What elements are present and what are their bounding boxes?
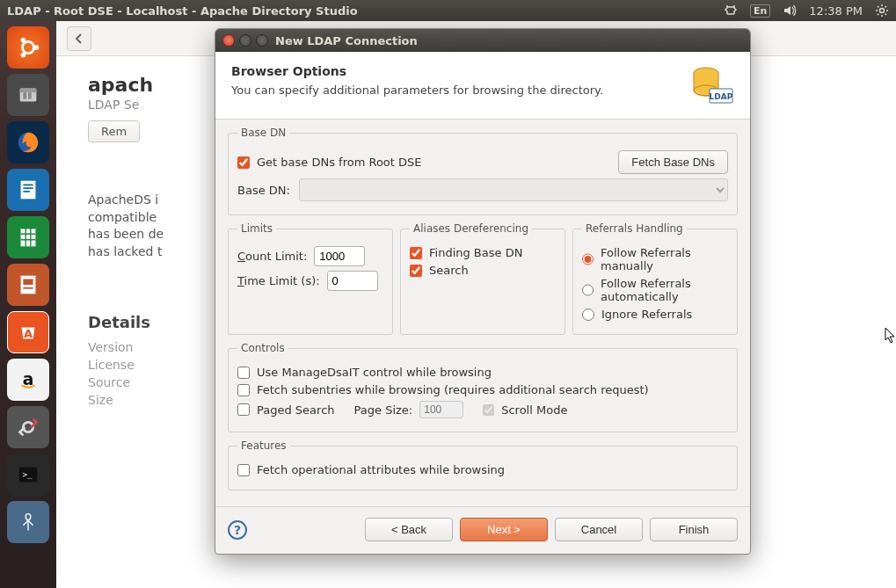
cancel-button[interactable]: Cancel (555, 518, 643, 541)
limits-group: Limits Count Limit: Time Limit (s): (228, 222, 393, 335)
referrals-legend: Referrals Handling (582, 222, 687, 235)
svg-rect-11 (23, 184, 33, 185)
base-dn-select[interactable] (299, 178, 728, 201)
new-ldap-connection-dialog: New LDAP Connection Browser Options You … (215, 28, 751, 555)
dialog-footer: ? < Back Next > Cancel Finish (215, 506, 750, 554)
svg-rect-8 (28, 92, 32, 99)
referrals-manual-radio[interactable] (582, 253, 594, 265)
svg-point-3 (21, 38, 26, 43)
svg-point-0 (880, 9, 885, 13)
subentries-label: Fetch subentries while browsing (require… (257, 383, 649, 396)
svg-rect-16 (23, 279, 33, 285)
base-dn-legend: Base DN (237, 127, 289, 139)
get-base-dns-label: Get base DNs from Root DSE (257, 156, 422, 169)
ldap-icon: LDAP (685, 64, 734, 106)
time-limit-input[interactable] (327, 271, 378, 291)
count-limit-input[interactable] (314, 246, 365, 266)
volume-icon[interactable] (783, 4, 797, 18)
manage-dsa-checkbox[interactable] (237, 367, 250, 379)
scroll-mode-checkbox (483, 404, 494, 416)
svg-rect-17 (23, 287, 33, 289)
referrals-ignore-radio[interactable] (582, 309, 594, 321)
base-dn-group: Base DN Get base DNs from Root DSE Fetch… (228, 127, 738, 215)
unity-launcher: A a >_ (0, 21, 56, 588)
finding-base-dn-checkbox[interactable] (410, 247, 422, 259)
aliases-legend: Aliases Dereferencing (410, 222, 532, 235)
operational-attrs-label: Fetch operational attributes while brows… (257, 463, 505, 476)
count-limit-label: Count Limit: (237, 250, 307, 263)
svg-text:A: A (24, 327, 33, 340)
minimize-icon[interactable] (239, 34, 251, 47)
time-limit-label: Time Limit (s): (237, 274, 320, 287)
dash-icon[interactable] (7, 26, 49, 69)
finish-button[interactable]: Finish (650, 518, 738, 541)
svg-text:a: a (23, 370, 34, 388)
operational-attrs-checkbox[interactable] (237, 464, 250, 476)
svg-point-4 (21, 53, 26, 58)
gear-icon[interactable] (875, 4, 889, 18)
page-size-input (419, 401, 463, 418)
svg-point-2 (34, 45, 40, 50)
page-size-label: Page Size: (354, 403, 413, 417)
terminal-icon[interactable]: >_ (7, 454, 49, 496)
controls-group: Controls Use ManageDsaIT control while b… (228, 342, 738, 432)
svg-point-1 (22, 41, 33, 53)
features-group: Features Fetch operational attributes wh… (228, 439, 738, 490)
cursor-icon (885, 327, 896, 347)
svg-rect-13 (23, 191, 30, 192)
referrals-ignore-label: Ignore Referrals (601, 308, 692, 321)
calc-icon[interactable] (7, 216, 49, 258)
features-legend: Features (237, 439, 290, 452)
top-panel: LDAP - Root DSE - Localhost - Apache Dir… (0, 0, 896, 21)
network-icon[interactable] (724, 4, 738, 18)
dialog-header-title: Browser Options (231, 64, 676, 78)
svg-text:LDAP: LDAP (710, 92, 733, 101)
maximize-icon[interactable] (256, 34, 268, 47)
finding-base-dn-label: Finding Base DN (429, 246, 522, 259)
referrals-auto-radio[interactable] (582, 284, 594, 296)
svg-rect-10 (21, 181, 36, 200)
software-center-icon[interactable]: A (7, 311, 49, 353)
fetch-base-dns-button[interactable]: Fetch Base DNs (618, 150, 728, 174)
dialog-title: New LDAP Connection (275, 34, 418, 47)
close-icon[interactable] (222, 34, 235, 47)
next-button[interactable]: Next > (460, 518, 548, 541)
get-base-dns-checkbox[interactable] (237, 156, 250, 169)
paged-search-label: Paged Search (257, 403, 335, 417)
window-title: LDAP - Root DSE - Localhost - Apache Dir… (7, 4, 724, 18)
referrals-manual-label: Follow Referrals manually (601, 246, 728, 272)
dialog-titlebar[interactable]: New LDAP Connection (215, 29, 750, 52)
files-icon[interactable] (7, 74, 49, 116)
referrals-group: Referrals Handling Follow Referrals manu… (572, 222, 738, 335)
writer-icon[interactable] (7, 169, 49, 211)
clock[interactable]: 12:38 PM (809, 4, 863, 18)
back-button[interactable] (67, 26, 91, 51)
firefox-icon[interactable] (7, 121, 49, 163)
back-button[interactable]: < Back (365, 518, 453, 541)
help-icon[interactable]: ? (228, 520, 247, 540)
directory-studio-icon[interactable] (7, 501, 49, 543)
svg-rect-14 (21, 229, 36, 247)
svg-text:>_: >_ (22, 469, 33, 479)
svg-rect-7 (23, 92, 26, 99)
remove-button[interactable]: Rem (88, 120, 140, 142)
manage-dsa-label: Use ManageDsaIT control while browsing (257, 366, 492, 379)
referrals-auto-label: Follow Referrals automatically (601, 277, 728, 303)
search-label: Search (429, 264, 469, 277)
limits-legend: Limits (237, 222, 276, 235)
amazon-icon[interactable]: a (7, 359, 49, 401)
svg-rect-12 (23, 187, 33, 189)
impress-icon[interactable] (7, 264, 49, 306)
paged-search-checkbox[interactable] (237, 403, 250, 416)
base-dn-label: Base DN: (237, 184, 292, 197)
dialog-header-desc: You can specify additional parameters fo… (231, 83, 676, 97)
window-buttons (222, 34, 268, 47)
subentries-checkbox[interactable] (237, 384, 250, 396)
search-checkbox[interactable] (410, 265, 422, 277)
keyboard-layout-indicator[interactable]: En (750, 4, 770, 18)
controls-legend: Controls (237, 342, 288, 354)
dialog-header: Browser Options You can specify addition… (215, 52, 750, 120)
system-tray: En 12:38 PM (724, 4, 889, 18)
svg-rect-6 (20, 89, 37, 93)
settings-icon[interactable] (7, 406, 49, 448)
